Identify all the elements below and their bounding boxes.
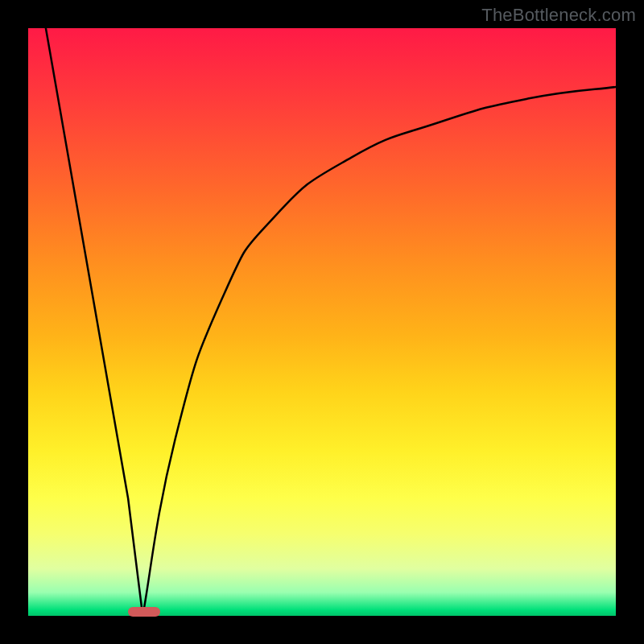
watermark-text: TheBottleneck.com bbox=[481, 5, 636, 26]
bottleneck-chart: TheBottleneck.com bbox=[0, 0, 644, 644]
bottleneck-marker bbox=[128, 607, 160, 617]
curve-svg bbox=[28, 28, 616, 616]
curve-path bbox=[46, 28, 616, 616]
plot-area bbox=[28, 28, 616, 616]
